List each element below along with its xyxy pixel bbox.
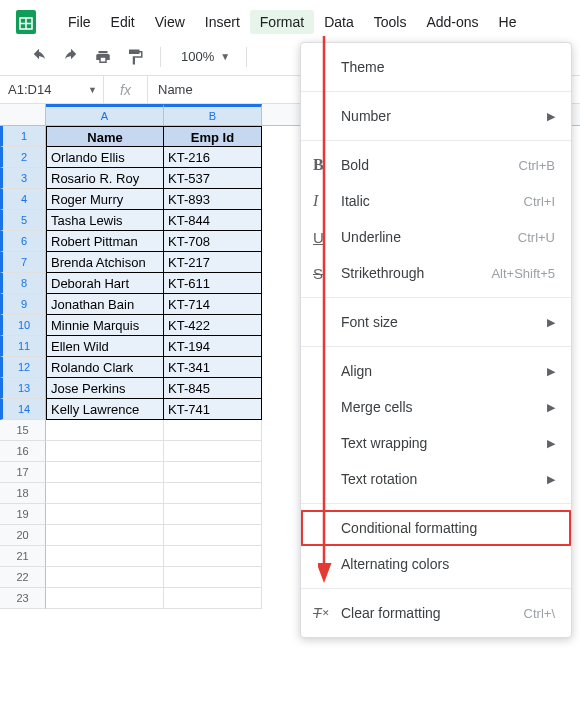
cell[interactable]: Ellen Wild: [46, 336, 164, 357]
zoom-selector[interactable]: 100% ▼: [171, 49, 236, 64]
menu-text-wrapping[interactable]: Text wrapping ▶: [301, 425, 571, 461]
cell[interactable]: Jose Perkins: [46, 378, 164, 399]
row-header[interactable]: 10: [0, 315, 46, 336]
cell[interactable]: KT-537: [164, 168, 262, 189]
menu-insert[interactable]: Insert: [195, 10, 250, 34]
menu-data[interactable]: Data: [314, 10, 364, 34]
cell[interactable]: [164, 441, 262, 462]
cell[interactable]: [46, 462, 164, 483]
cell[interactable]: Roger Murry: [46, 189, 164, 210]
menu-merge-cells[interactable]: Merge cells ▶: [301, 389, 571, 425]
cell[interactable]: [164, 504, 262, 525]
menu-font-size[interactable]: Font size ▶: [301, 304, 571, 340]
select-all-corner[interactable]: [0, 104, 46, 125]
cell[interactable]: [46, 483, 164, 504]
cell[interactable]: [164, 462, 262, 483]
menu-conditional-formatting[interactable]: Conditional formatting: [301, 510, 571, 546]
column-header-A[interactable]: A: [46, 104, 164, 125]
cell[interactable]: Brenda Atchison: [46, 252, 164, 273]
row-header[interactable]: 5: [0, 210, 46, 231]
row-header[interactable]: 1: [0, 126, 46, 147]
cell[interactable]: [46, 588, 164, 609]
cell[interactable]: Minnie Marquis: [46, 315, 164, 336]
cell[interactable]: KT-844: [164, 210, 262, 231]
cell[interactable]: Jonathan Bain: [46, 294, 164, 315]
cell[interactable]: KT-216: [164, 147, 262, 168]
menu-he[interactable]: He: [489, 10, 527, 34]
cell[interactable]: Orlando Ellis: [46, 147, 164, 168]
row-header[interactable]: 19: [0, 504, 46, 525]
row-header[interactable]: 12: [0, 357, 46, 378]
cell[interactable]: KT-893: [164, 189, 262, 210]
undo-button[interactable]: [24, 43, 54, 71]
cell[interactable]: [164, 525, 262, 546]
row-header[interactable]: 23: [0, 588, 46, 609]
cell[interactable]: KT-741: [164, 399, 262, 420]
cell[interactable]: KT-422: [164, 315, 262, 336]
row-header[interactable]: 7: [0, 252, 46, 273]
menu-view[interactable]: View: [145, 10, 195, 34]
row-header[interactable]: 8: [0, 273, 46, 294]
cell[interactable]: [164, 567, 262, 588]
row-header[interactable]: 3: [0, 168, 46, 189]
paint-format-button[interactable]: [120, 43, 150, 71]
cell[interactable]: KT-341: [164, 357, 262, 378]
cell[interactable]: KT-611: [164, 273, 262, 294]
row-header[interactable]: 6: [0, 231, 46, 252]
row-header[interactable]: 14: [0, 399, 46, 420]
menu-theme[interactable]: Theme: [301, 49, 571, 85]
row-header[interactable]: 18: [0, 483, 46, 504]
cell[interactable]: [46, 525, 164, 546]
cell[interactable]: [46, 567, 164, 588]
menu-strikethrough[interactable]: S Strikethrough Alt+Shift+5: [301, 255, 571, 291]
menu-edit[interactable]: Edit: [101, 10, 145, 34]
cell[interactable]: Deborah Hart: [46, 273, 164, 294]
cell[interactable]: [46, 420, 164, 441]
row-header[interactable]: 13: [0, 378, 46, 399]
print-button[interactable]: [88, 43, 118, 71]
cell[interactable]: [46, 504, 164, 525]
row-header[interactable]: 16: [0, 441, 46, 462]
menu-text-rotation[interactable]: Text rotation ▶: [301, 461, 571, 497]
menu-format[interactable]: Format: [250, 10, 314, 34]
menu-number[interactable]: Number ▶: [301, 98, 571, 134]
cell[interactable]: Name: [46, 126, 164, 147]
row-header[interactable]: 11: [0, 336, 46, 357]
row-header[interactable]: 21: [0, 546, 46, 567]
cell[interactable]: KT-194: [164, 336, 262, 357]
row-header[interactable]: 20: [0, 525, 46, 546]
cell[interactable]: KT-708: [164, 231, 262, 252]
cell[interactable]: Robert Pittman: [46, 231, 164, 252]
cell[interactable]: [46, 441, 164, 462]
formula-input[interactable]: Name: [148, 82, 203, 97]
cell[interactable]: Rosario R. Roy: [46, 168, 164, 189]
menu-file[interactable]: File: [58, 10, 101, 34]
cell[interactable]: Kelly Lawrence: [46, 399, 164, 420]
name-box[interactable]: A1:D14 ▼: [0, 76, 104, 103]
cell[interactable]: KT-217: [164, 252, 262, 273]
cell[interactable]: Rolando Clark: [46, 357, 164, 378]
row-header[interactable]: 9: [0, 294, 46, 315]
row-header[interactable]: 17: [0, 462, 46, 483]
redo-button[interactable]: [56, 43, 86, 71]
cell[interactable]: Tasha Lewis: [46, 210, 164, 231]
menu-underline[interactable]: U Underline Ctrl+U: [301, 219, 571, 255]
menu-align[interactable]: Align ▶: [301, 353, 571, 389]
cell[interactable]: [164, 420, 262, 441]
menu-tools[interactable]: Tools: [364, 10, 417, 34]
row-header[interactable]: 2: [0, 147, 46, 168]
menu-clear-formatting[interactable]: T✕ Clear formatting Ctrl+\: [301, 595, 571, 631]
menu-bold[interactable]: B Bold Ctrl+B: [301, 147, 571, 183]
cell[interactable]: KT-845: [164, 378, 262, 399]
cell[interactable]: [164, 483, 262, 504]
cell[interactable]: KT-714: [164, 294, 262, 315]
row-header[interactable]: 4: [0, 189, 46, 210]
menu-add-ons[interactable]: Add-ons: [416, 10, 488, 34]
cell[interactable]: [46, 546, 164, 567]
row-header[interactable]: 15: [0, 420, 46, 441]
cell[interactable]: [164, 546, 262, 567]
cell[interactable]: Emp Id: [164, 126, 262, 147]
row-header[interactable]: 22: [0, 567, 46, 588]
menu-italic[interactable]: I Italic Ctrl+I: [301, 183, 571, 219]
cell[interactable]: [164, 588, 262, 609]
